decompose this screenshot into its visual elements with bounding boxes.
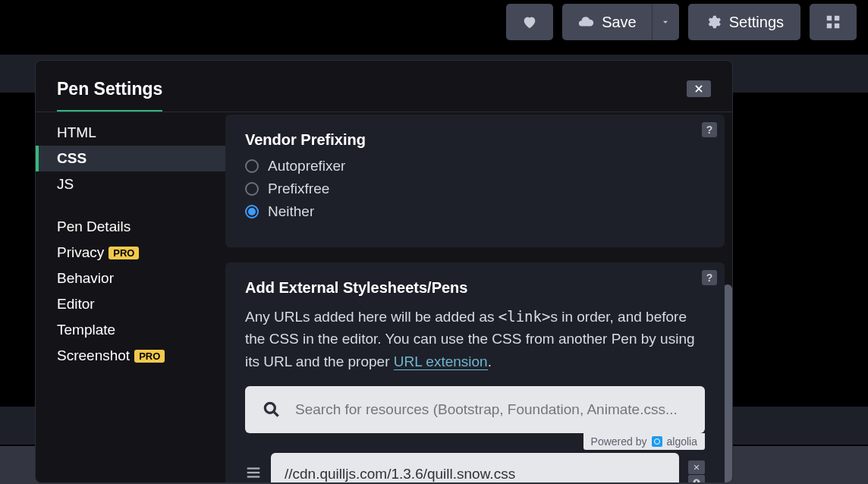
remove-resource-button[interactable]: [688, 460, 705, 474]
resource-search[interactable]: [245, 386, 705, 433]
save-button[interactable]: Save: [562, 4, 652, 40]
cloud-icon: [577, 14, 594, 30]
radio-icon: [245, 182, 259, 196]
url-extension-link[interactable]: URL extension: [394, 354, 488, 370]
sidebar-item-pen-details[interactable]: Pen Details: [36, 214, 225, 240]
settings-label: Settings: [729, 14, 784, 31]
settings-button[interactable]: Settings: [688, 4, 800, 40]
external-stylesheets-section: ? Add External Stylesheets/Pens Any URLs…: [225, 262, 725, 482]
pro-badge: PRO: [134, 350, 165, 363]
sidebar-item-screenshot[interactable]: ScreenshotPRO: [36, 343, 225, 369]
sidebar-item-privacy[interactable]: PrivacyPRO: [36, 240, 225, 266]
svg-rect-1: [835, 16, 839, 20]
radio-autoprefixer[interactable]: Autoprefixer: [245, 158, 705, 174]
sidebar-item-editor[interactable]: Editor: [36, 291, 225, 317]
close-icon: [693, 83, 704, 94]
vendor-title: Vendor Prefixing: [245, 131, 705, 149]
svg-line-5: [274, 413, 278, 416]
chevron-down-icon: [660, 17, 671, 27]
resource-url-input[interactable]: [271, 453, 679, 482]
sidebar-item-js[interactable]: JS: [36, 171, 225, 197]
search-icon: [262, 400, 281, 420]
gear-icon: [705, 14, 722, 30]
vendor-prefixing-section: ? Vendor Prefixing Autoprefixer Prefixfr…: [225, 115, 725, 247]
algolia-icon: [652, 436, 662, 447]
pen-settings-modal: Pen Settings HTML CSS JS Pen Details Pri…: [35, 60, 733, 483]
close-icon: [693, 464, 700, 471]
heart-icon: [521, 14, 538, 30]
drag-icon: [245, 464, 262, 481]
svg-rect-3: [835, 24, 839, 28]
grid-icon: [825, 14, 841, 30]
save-label: Save: [602, 14, 637, 31]
radio-prefixfree[interactable]: Prefixfree: [245, 181, 705, 197]
external-title: Add External Stylesheets/Pens: [245, 279, 705, 297]
radio-icon: [245, 159, 259, 173]
help-button[interactable]: ?: [702, 122, 717, 137]
radio-icon: [245, 205, 259, 218]
help-button[interactable]: ?: [702, 270, 717, 285]
radio-neither[interactable]: Neither: [245, 203, 705, 220]
pro-badge: PRO: [108, 247, 139, 259]
resource-search-input[interactable]: [295, 401, 688, 418]
sidebar-item-css[interactable]: CSS: [36, 146, 225, 171]
heart-button[interactable]: [506, 4, 553, 40]
close-button[interactable]: [687, 80, 711, 97]
save-dropdown-button[interactable]: [652, 4, 679, 40]
grid-button[interactable]: [810, 4, 857, 40]
drag-handle[interactable]: [245, 464, 262, 482]
modal-title: Pen Settings: [57, 79, 162, 112]
svg-point-4: [265, 404, 275, 413]
sidebar-item-behavior[interactable]: Behavior: [36, 266, 225, 291]
external-description: Any URLs added here will be added as <li…: [245, 306, 705, 372]
eye-icon: [692, 477, 701, 482]
sidebar-item-html[interactable]: HTML: [36, 120, 225, 146]
preview-resource-button[interactable]: [688, 475, 705, 482]
sidebar-item-template[interactable]: Template: [36, 317, 225, 343]
svg-rect-0: [827, 16, 832, 20]
powered-by-algolia[interactable]: Powered by algolia: [583, 433, 705, 450]
svg-rect-2: [827, 24, 832, 28]
